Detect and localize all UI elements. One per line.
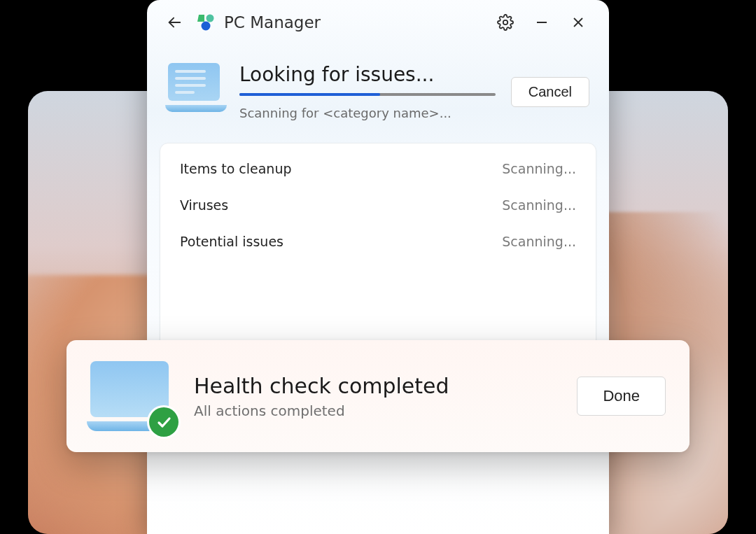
completion-toast: Health check completed All actions compl… [66,340,690,452]
pc-manager-window: PC Manager Looking for issues... [147,0,609,534]
result-label: Potential issues [180,234,284,249]
scan-subtext: Scanning for <category name>... [239,106,496,120]
settings-button[interactable] [487,6,524,38]
toast-laptop-icon [90,361,173,431]
titlebar: PC Manager [147,0,609,45]
minimize-icon [535,15,549,29]
app-logo-icon [195,12,216,33]
gear-icon [497,14,514,31]
result-status: Scanning... [502,161,576,176]
scan-header: Looking for issues... Scanning for <cate… [147,45,609,136]
scan-progress-bar [239,93,496,96]
checkmark-icon [149,407,178,437]
scan-laptop-icon [168,63,224,112]
result-row: Items to cleanup Scanning... [180,150,576,187]
result-label: Items to cleanup [180,161,292,176]
result-row: Potential issues Scanning... [180,223,576,260]
svg-point-1 [206,15,214,22]
toast-subtitle: All actions completed [194,402,556,419]
cancel-button[interactable]: Cancel [511,77,589,107]
minimize-button[interactable] [524,6,560,38]
scan-title: Looking for issues... [239,63,496,86]
scan-progress-fill [239,93,380,96]
svg-point-2 [202,22,211,31]
result-status: Scanning... [502,197,576,213]
done-button[interactable]: Done [577,377,666,416]
svg-point-3 [503,20,507,24]
app-title: PC Manager [224,13,321,31]
result-status: Scanning... [502,234,576,249]
close-button[interactable] [560,6,596,38]
result-label: Viruses [180,197,228,213]
result-row: Viruses Scanning... [180,187,576,223]
toast-title: Health check completed [194,374,556,398]
back-button[interactable] [162,10,186,34]
close-icon [571,15,585,29]
